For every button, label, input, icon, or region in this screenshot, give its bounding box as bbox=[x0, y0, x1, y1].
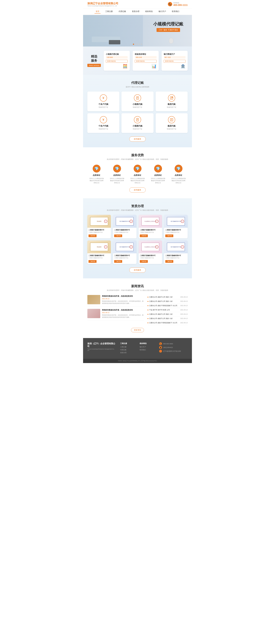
header: 添润辽宁企业管理有限公司 Tianrun (Liaoning) Enterpri… bbox=[83, 0, 192, 8]
dot-3[interactable] bbox=[137, 44, 138, 45]
qual-img-8: 医疗器械经营许可证 章 bbox=[164, 240, 188, 253]
news-item-1: 两税财务数据自相矛盾，信息差是真实性 2021-06-13 两税财务数据自相矛盾… bbox=[87, 295, 144, 307]
news-text-1: 两税财务数据自相矛盾，信息差是真实性，经常遇到这种情况，根据国家规定税收等政策的… bbox=[102, 300, 144, 304]
news-list-item-3[interactable]: 注册办公司 成就 不得情况指标下 分公司 2021-06-13 bbox=[148, 304, 188, 308]
news-section: 新闻资讯 执业资格考试要求，经验丰富遍图国际，还为广大小微企业提供低税、优质、快… bbox=[83, 278, 192, 338]
news-list-item-2[interactable]: 注册办公司 成就子公司 很好 小好 2021-06-13 bbox=[148, 299, 188, 304]
qual-card-6-btn[interactable]: 了解详情 bbox=[114, 260, 122, 263]
contact-phone2: 18512454415 bbox=[163, 346, 173, 348]
qual-card-8-desc: 三类医疗器械经营许可证 bbox=[165, 257, 186, 259]
news-list-item-5[interactable]: 注册办公司 成就子公司 很好 小好 2021-06-13 bbox=[148, 312, 188, 316]
nav-registration[interactable]: 工商注册 bbox=[104, 10, 114, 14]
advantage-item-1: 💎 品质保证 18年以上注册税收经验 覆盖内100余家互联网 财税企业 bbox=[87, 165, 106, 184]
news-list-item-6[interactable]: 注册办公司 成就子公司 很好 小好 2021-06-13 bbox=[148, 316, 188, 321]
qual-img-3: 社会团体法人登记证书 章 bbox=[139, 215, 162, 228]
agency-card-6: 集团代账 快速无忧下证 bbox=[156, 113, 188, 133]
qual-info-2: 二类医疗器械经营许可 三类医疗器械经营许可证 了解详情 bbox=[113, 228, 136, 238]
footer-link-2[interactable]: 代理记账 bbox=[120, 349, 135, 351]
advantage-item-5: 💎 品质保证 18年以上注册税收经验 覆盖内100余家互联网 财税企业 bbox=[169, 165, 188, 184]
footer-bottom: ©2021 添润辽宁企业管理有限公司 辽ICP备2021xxxxxxxx号-1 bbox=[83, 359, 192, 363]
qual-card-4-desc: 三类医疗器械经营许可证 bbox=[165, 232, 186, 233]
service-card-3-btn[interactable]: 查看详细价格 bbox=[164, 60, 185, 63]
news-left: 两税财务数据自相矛盾，信息差是真实性 2021-06-13 两税财务数据自相矛盾… bbox=[87, 295, 144, 325]
qual-card-2: 医疗器械经营许可证 章 二类医疗器械经营许可 三类医疗器械经营许可证 了解详情 bbox=[113, 215, 136, 238]
advantage-consult-btn[interactable]: 咨询服务 bbox=[129, 188, 146, 192]
qual-card-2-btn[interactable]: 了解详情 bbox=[114, 234, 122, 237]
agency-card-3: 集团代账 快速无忧下证 bbox=[156, 92, 188, 111]
agency-card-5: 小规模代账 快速无忧下证 bbox=[121, 113, 153, 133]
contact-phone1: 400-000-0000 bbox=[163, 343, 173, 344]
footer-links-col1: 工商注册 工商注册 代理记账 资质办理 bbox=[120, 342, 135, 354]
qual-consult-btn[interactable]: 咨询服务 bbox=[129, 268, 146, 273]
footer-links-col2: 税务筹划 银行开户 联系我们 bbox=[140, 342, 155, 354]
qual-info-1: 二类医疗器械经营许可 三类医疗器械经营许可证 了解详情 bbox=[87, 228, 111, 238]
agency-name-1: 个体户代账 bbox=[90, 103, 116, 106]
qual-card-5-title: 二类医疗器械经营许可 bbox=[89, 254, 110, 257]
news-date-2: 2021-06-13 bbox=[102, 312, 144, 314]
advantage-icon-5: 💎 bbox=[175, 165, 182, 172]
qual-card-1-btn[interactable]: 了解详情 bbox=[89, 234, 97, 237]
agency-desc-1: 快速无忧下证 bbox=[90, 106, 116, 108]
hero-dots bbox=[133, 44, 142, 45]
nav-tax[interactable]: 税务筹划 bbox=[144, 10, 154, 14]
dot-4[interactable] bbox=[139, 44, 140, 45]
qual-info-3: 二类医疗器械经营许可 三类医疗器械经营许可证 了解详情 bbox=[139, 228, 162, 238]
select-services-button[interactable]: Select services bbox=[87, 64, 101, 67]
qual-card-3-title: 二类医疗器械经营许可 bbox=[140, 229, 161, 231]
qual-img-4: 医疗器械经营许可证 章 bbox=[164, 215, 188, 228]
label-line2: 服务 bbox=[87, 59, 101, 63]
news-list-item-7[interactable]: 注册办公司 成就 不得情况指标下 分公司 2021-06-13 bbox=[148, 321, 188, 325]
footer-link-5[interactable]: 联系我们 bbox=[140, 349, 155, 351]
footer-link-3[interactable]: 资质办理 bbox=[120, 352, 135, 354]
news-right: 注册办公司 成就子公司 很好 小好 2021-06-13 注册办公司 成就子公司… bbox=[148, 295, 188, 325]
news-list-item-4[interactable]: 宁远 南宁市 南宁市 联系 公司 2021-06-13 bbox=[148, 308, 188, 312]
news-more-btn[interactable]: 更多资讯 bbox=[131, 328, 144, 332]
news-bullet-2 bbox=[148, 301, 148, 302]
news-list-date-2: 2021-06-13 bbox=[180, 300, 188, 302]
qual-card-8-btn[interactable]: 了解详情 bbox=[165, 260, 173, 263]
footer-col1-title: 工商注册 bbox=[120, 342, 135, 345]
dot-5[interactable] bbox=[141, 44, 142, 45]
qual-card-2-title: 二类医疗器械经营许可 bbox=[114, 229, 135, 231]
news-list-date-7: 2021-06-13 bbox=[180, 322, 188, 324]
nav-qualification[interactable]: 资质办理 bbox=[131, 10, 141, 14]
hotline-label: 咨询热线： bbox=[173, 2, 188, 4]
nav-home[interactable]: 首页 bbox=[95, 10, 101, 14]
agency-desc-3: 快速无忧下证 bbox=[159, 106, 185, 108]
news-list-title-7: 注册办公司 成就 不得情况指标下 分公司 bbox=[149, 322, 179, 324]
agency-section: 代理记账 提供中小微企业各类企业财务服务 ¥ 个体户代账 快速无忧下证 小规模代… bbox=[83, 75, 192, 147]
agency-desc-5: 快速无忧下证 bbox=[124, 128, 151, 130]
nav-bank[interactable]: 银行开户 bbox=[157, 10, 167, 14]
news-list-item-1[interactable]: 注册办公司 成就子公司 很好 小好 2021-06-13 bbox=[148, 295, 188, 299]
service-card-1-btn[interactable]: 查看详细价格 bbox=[106, 60, 128, 63]
agency-consult-btn[interactable]: 咨询服务 bbox=[129, 136, 146, 142]
footer: 添润（辽宁）企业管理有限公司 Tianrun (Liaoning) Enterp… bbox=[83, 338, 192, 359]
qual-card-3-btn[interactable]: 了解详情 bbox=[140, 234, 148, 237]
news-date-1: 2021-06-13 bbox=[102, 298, 144, 300]
nav-contact[interactable]: 联系我们 bbox=[171, 10, 180, 14]
qual-card-5-desc: 三类医疗器械经营许可证 bbox=[89, 257, 110, 259]
footer-link-1[interactable]: 工商注册 bbox=[120, 346, 135, 348]
agency-card-1: ¥ 个体户代账 快速无忧下证 bbox=[87, 92, 119, 111]
qual-card-7-btn[interactable]: 了解详情 bbox=[140, 260, 148, 263]
qual-info-6: 二类医疗器械经营许可 三类医疗器械经营许可证 了解详情 bbox=[113, 253, 136, 264]
dot-2[interactable] bbox=[135, 44, 136, 45]
qual-card-4-btn[interactable]: 了解详情 bbox=[165, 234, 173, 237]
news-title-1[interactable]: 两税财务数据自相矛盾，信息差是真实性 bbox=[102, 295, 144, 298]
dot-1[interactable] bbox=[133, 44, 134, 45]
qual-card-4: 医疗器械经营许可证 章 二类医疗器械经营许可 三类医疗器械经营许可证 了解详情 bbox=[164, 215, 188, 238]
nav-bookkeeping[interactable]: 代理记账 bbox=[117, 10, 127, 14]
qual-img-5: 营业执照 章 bbox=[87, 240, 111, 253]
qual-card-5-btn[interactable]: 了解详情 bbox=[89, 260, 97, 263]
advantage-grid: 💎 品质保证 18年以上注册税收经验 覆盖内100余家互联网 财税企业 💎 品质… bbox=[87, 165, 188, 184]
service-card-tax: 税返税务筹划 省钱·合规 查看详细价格 📊 bbox=[133, 51, 159, 71]
qual-title: 资质办理 bbox=[87, 204, 188, 208]
qual-info-8: 二类医疗器械经营许可 三类医疗器械经营许可证 了解详情 bbox=[164, 253, 188, 264]
qual-card-8: 医疗器械经营许可证 章 二类医疗器械经营许可 三类医疗器械经营许可证 了解详情 bbox=[164, 240, 188, 264]
service-card-2-btn[interactable]: 查看详细价格 bbox=[135, 60, 157, 63]
footer-link-4[interactable]: 银行开户 bbox=[140, 346, 155, 348]
footer-col2-title: 税务筹划 bbox=[140, 342, 155, 345]
news-list-title-2: 注册办公司 成就子公司 很好 小好 bbox=[149, 300, 179, 302]
news-title-2[interactable]: 两税财务数据自相矛盾，信息差是真实性 bbox=[102, 309, 144, 311]
advantage-desc-1: 18年以上注册税收经验 覆盖内100余家互联网 财税企业 bbox=[87, 178, 106, 184]
